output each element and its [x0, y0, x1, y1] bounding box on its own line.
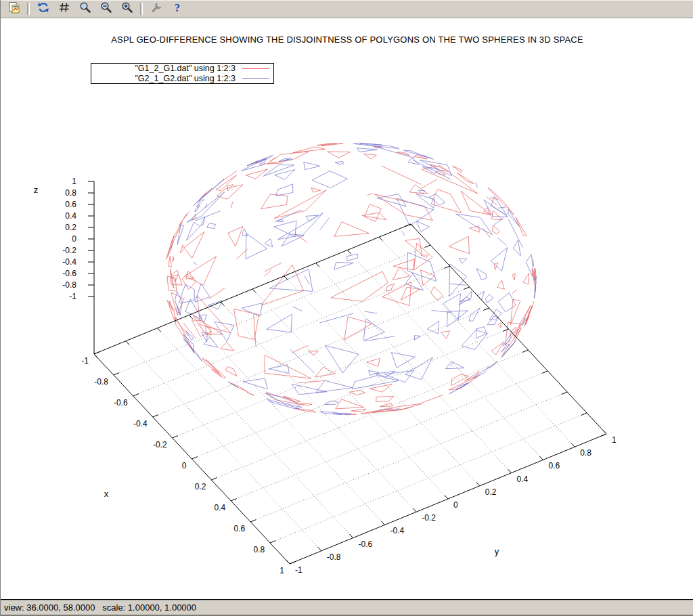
- axis-name-labels: zxy: [34, 185, 499, 556]
- svg-text:0.4: 0.4: [215, 503, 226, 512]
- view-scale-readout: view: 36.0000, 58.0000 scale: 1.00000, 1…: [1, 602, 196, 613]
- zoom-reset-icon: [120, 1, 134, 17]
- svg-text:-0.6: -0.6: [359, 540, 373, 549]
- svg-text:-0.2: -0.2: [422, 513, 436, 523]
- svg-text:0.8: 0.8: [580, 448, 591, 458]
- svg-text:1: 1: [280, 566, 284, 575]
- zoom-button[interactable]: [75, 1, 95, 18]
- toolbar: ?: [1, 0, 693, 18]
- svg-text:0.4: 0.4: [517, 475, 529, 484]
- series-G1_2_G1.dat: [166, 144, 536, 414]
- svg-text:-0.6: -0.6: [114, 398, 128, 408]
- toggle-grid-button[interactable]: [54, 1, 74, 18]
- svg-text:-0.4: -0.4: [62, 257, 76, 267]
- grid-icon: [58, 1, 71, 17]
- zoom-reset-button[interactable]: [117, 1, 137, 18]
- svg-text:x: x: [104, 489, 109, 499]
- svg-text:0: 0: [182, 461, 187, 470]
- svg-text:-1: -1: [69, 292, 76, 301]
- svg-text:-0.8: -0.8: [62, 280, 76, 290]
- svg-text:-0.4: -0.4: [390, 526, 404, 535]
- statusbar: view: 36.0000, 58.0000 scale: 1.00000, 1…: [1, 600, 693, 616]
- svg-text:-0.2: -0.2: [153, 440, 167, 449]
- zoom-out-button[interactable]: [96, 1, 116, 18]
- zoom-out-icon: [99, 1, 113, 17]
- svg-text:0.8: 0.8: [65, 188, 76, 198]
- plot-title: ASPL GEO-DIFFERENCE SHOWING THE DISJOINT…: [1, 35, 693, 45]
- svg-text:y: y: [495, 546, 499, 556]
- configure-button[interactable]: [146, 1, 166, 18]
- svg-text:0.6: 0.6: [234, 524, 246, 533]
- help-icon: ?: [171, 1, 184, 17]
- svg-text:0.8: 0.8: [253, 545, 265, 554]
- series-G2_1_G2.dat: [172, 143, 537, 415]
- base-border: [94, 181, 606, 564]
- copy-icon: [7, 1, 21, 17]
- legend-entry: "G1_2_G1.dat" using 1:2:3: [91, 64, 273, 74]
- legend-label: "G1_2_G1.dat" using 1:2:3: [135, 64, 236, 73]
- plot-canvas[interactable]: -1-0.8-0.6-0.4-0.200.20.40.60.81-1-0.8-0…: [1, 18, 693, 600]
- svg-text:-0.6: -0.6: [62, 269, 76, 278]
- svg-text:-0.8: -0.8: [94, 377, 108, 387]
- svg-text:0.2: 0.2: [65, 223, 76, 232]
- svg-text:1: 1: [612, 435, 617, 445]
- toolbar-separator: [27, 3, 30, 15]
- help-button[interactable]: ?: [167, 1, 187, 18]
- tick-labels: -1-0.8-0.6-0.4-0.200.20.40.60.81-1-0.8-0…: [62, 177, 617, 575]
- toolbar-separator: [140, 3, 143, 15]
- legend-line-sample: [242, 68, 269, 69]
- svg-text:-0.2: -0.2: [62, 246, 76, 255]
- legend-line-sample: [242, 78, 269, 79]
- svg-text:0.4: 0.4: [65, 211, 76, 221]
- svg-text:?: ?: [175, 2, 180, 14]
- plot-legend: "G1_2_G1.dat" using 1:2:3 "G2_1_G2.dat" …: [91, 63, 274, 84]
- base-grid: [114, 237, 587, 551]
- axis-ticks: [88, 181, 606, 564]
- zoom-icon: [79, 1, 92, 17]
- svg-text:0.6: 0.6: [65, 200, 76, 209]
- svg-text:-1: -1: [295, 565, 303, 575]
- plot-3d-view[interactable]: -1-0.8-0.6-0.4-0.200.20.40.60.81-1-0.8-0…: [1, 18, 693, 600]
- legend-label: "G2_1_G2.dat" using 1:2:3: [135, 74, 236, 83]
- svg-text:-1: -1: [81, 356, 89, 366]
- svg-text:-0.8: -0.8: [327, 552, 341, 562]
- copy-to-clipboard-button[interactable]: [4, 1, 24, 18]
- wrench-icon: [150, 1, 163, 17]
- legend-entry: "G2_1_G2.dat" using 1:2:3: [91, 74, 273, 84]
- svg-text:z: z: [34, 185, 39, 195]
- replot-button[interactable]: [33, 1, 53, 18]
- svg-text:0: 0: [453, 500, 458, 510]
- svg-text:-0.4: -0.4: [133, 419, 148, 428]
- svg-text:0.6: 0.6: [548, 461, 560, 470]
- svg-text:0.2: 0.2: [195, 482, 206, 491]
- svg-text:0: 0: [72, 234, 76, 244]
- refresh-icon: [37, 1, 50, 17]
- svg-text:0.2: 0.2: [485, 487, 497, 497]
- gnuplot-window: ? -1-0.8-0.6-0.4-0.200.20.40.60.81-1-0.8…: [0, 0, 693, 616]
- svg-text:1: 1: [72, 177, 76, 186]
